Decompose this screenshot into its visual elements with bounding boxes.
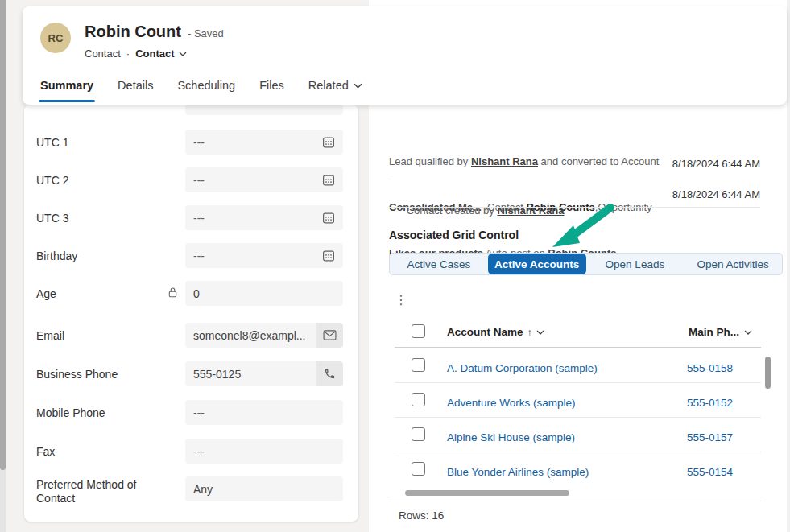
sort-ascending-icon: ↑ — [527, 326, 533, 338]
mobile-phone-input[interactable]: --- — [185, 400, 343, 425]
view-tab-open-activities[interactable]: Open Activities — [684, 254, 782, 274]
field-value: --- — [193, 174, 205, 187]
phone-link[interactable]: 555-0154 — [687, 466, 733, 478]
phone-link[interactable]: 555-0157 — [687, 431, 733, 443]
tab-summary[interactable]: Summary — [39, 77, 95, 100]
age-input[interactable]: 0 — [185, 281, 343, 306]
chevron-down-icon — [354, 83, 362, 89]
grid-vertical-scrollbar-thumb[interactable] — [765, 357, 771, 389]
preferred-method-select[interactable]: Any — [185, 476, 343, 501]
send-email-icon[interactable] — [316, 323, 343, 348]
field-label: Fax — [36, 445, 165, 459]
page-scrollbar-thumb[interactable] — [0, 0, 6, 470]
tab-label: Related — [308, 79, 349, 92]
field-label: Birthday — [36, 250, 165, 263]
field-value: --- — [193, 136, 205, 149]
column-label: Account Name — [447, 326, 523, 338]
view-tab-active-accounts[interactable]: Active Accounts — [488, 254, 586, 274]
form-selector-label: Contact — [135, 47, 174, 60]
page-title: Robin Count — [85, 23, 181, 41]
form-selector-dropdown[interactable]: Contact — [135, 47, 186, 60]
tab-files[interactable]: Files — [258, 77, 286, 100]
field-label: UTC 1 — [36, 136, 165, 150]
grid-horizontal-scrollbar-thumb[interactable] — [405, 490, 569, 496]
avatar[interactable]: RC — [40, 23, 71, 53]
associated-grid-title: Associated Grid Control — [389, 229, 519, 241]
right-scrollbar-track[interactable] — [787, 0, 790, 532]
utc2-date-input[interactable]: --- — [185, 167, 343, 192]
field-value: Any — [193, 483, 213, 496]
field-row-mobile-phone: Mobile Phone --- — [36, 400, 347, 425]
tab-related[interactable]: Related — [307, 77, 364, 100]
account-name-link[interactable]: Alpine Ski House (sample) — [447, 431, 575, 443]
chevron-down-icon[interactable] — [744, 330, 752, 335]
active-tab-indicator — [39, 100, 95, 102]
field-row-age: Age 0 — [36, 281, 347, 306]
timeline-text: Lead qualified by — [389, 155, 471, 167]
record-header: RC Robin Count - Saved Contact · Contact… — [23, 6, 787, 105]
phone-link[interactable]: 555-0158 — [687, 362, 733, 374]
field-row-fax: Fax --- — [36, 439, 347, 464]
field-label: Email — [36, 329, 165, 343]
column-header-main-phone[interactable]: Main Ph... — [689, 326, 752, 338]
dot-separator: · — [126, 47, 130, 60]
field-row-preferred-method: Preferred Method of Contact Any — [36, 476, 347, 501]
field-row-utc1: UTC 1 --- — [36, 130, 347, 155]
phone-link[interactable]: 555-0152 — [687, 397, 733, 409]
email-input[interactable]: someonel8@exampl... — [185, 323, 343, 348]
field-label: UTC 2 — [36, 174, 165, 188]
business-phone-input[interactable]: 555-0125 — [185, 361, 343, 386]
account-name-link[interactable]: Blue Yonder Airlines (sample) — [447, 466, 589, 478]
field-value: 0 — [193, 287, 200, 300]
entity-type-label: Contact — [85, 47, 121, 60]
field-row-birthday: Birthday --- — [36, 243, 347, 268]
field-label: Preferred Method of Contact — [36, 478, 165, 505]
grid-footer-divider — [389, 501, 761, 501]
account-name-link[interactable]: Adventure Works (sample) — [447, 397, 576, 409]
chevron-down-icon[interactable] — [536, 330, 544, 335]
subgrid-more-commands-icon[interactable]: ⋮ — [394, 292, 408, 307]
birthday-date-input[interactable]: --- — [185, 243, 343, 268]
select-all-checkbox[interactable] — [412, 324, 425, 338]
field-row-business-phone: Business Phone 555-0125 — [36, 361, 347, 386]
call-phone-icon[interactable] — [316, 361, 343, 386]
field-value: --- — [193, 250, 205, 262]
user-link[interactable]: Nishant Rana — [471, 155, 538, 167]
row-checkbox[interactable] — [412, 393, 425, 406]
chevron-down-icon — [179, 52, 187, 56]
fax-input[interactable]: --- — [185, 439, 343, 464]
tab-scheduling[interactable]: Scheduling — [176, 77, 237, 100]
field-label: Business Phone — [36, 368, 165, 381]
tab-details[interactable]: Details — [116, 77, 155, 100]
timeline-text: and converted to Account — [538, 155, 659, 167]
row-checkbox[interactable] — [412, 427, 425, 441]
field-label: UTC 3 — [36, 212, 165, 225]
calendar-icon[interactable] — [322, 212, 335, 225]
field-label: Mobile Phone — [36, 406, 165, 420]
calendar-icon[interactable] — [322, 174, 335, 187]
utc1-date-input[interactable]: --- — [185, 130, 343, 155]
calendar-icon[interactable] — [322, 136, 335, 149]
timeline-entry1-timestamp: 8/18/2024 6:44 AM — [672, 158, 760, 170]
row-checkbox[interactable] — [412, 358, 425, 372]
save-status-badge: - Saved — [188, 27, 224, 39]
field-value: --- — [193, 212, 205, 225]
grid-row-divider — [395, 417, 761, 418]
column-header-account-name[interactable]: Account Name ↑ — [447, 326, 544, 338]
page-scrollbar-track[interactable] — [0, 0, 6, 532]
field-value: --- — [193, 445, 205, 458]
row-checkbox[interactable] — [412, 462, 425, 476]
clipped-field-input[interactable] — [185, 105, 343, 115]
field-row-utc3: UTC 3 --- — [36, 205, 347, 230]
utc3-date-input[interactable]: --- — [185, 205, 343, 230]
calendar-icon[interactable] — [322, 250, 335, 262]
lock-icon — [168, 287, 178, 299]
field-label: Age — [36, 287, 165, 301]
field-value: --- — [193, 406, 205, 419]
view-tab-active-cases[interactable]: Active Cases — [390, 254, 488, 274]
view-tab-open-leads[interactable]: Open Leads — [586, 254, 685, 274]
timeline-entry2-timestamp: 8/18/2024 6:44 AM — [672, 188, 760, 200]
grid-header-divider — [395, 347, 761, 348]
field-value: 555-0125 — [193, 368, 241, 381]
account-name-link[interactable]: A. Datum Corporation (sample) — [447, 362, 598, 374]
